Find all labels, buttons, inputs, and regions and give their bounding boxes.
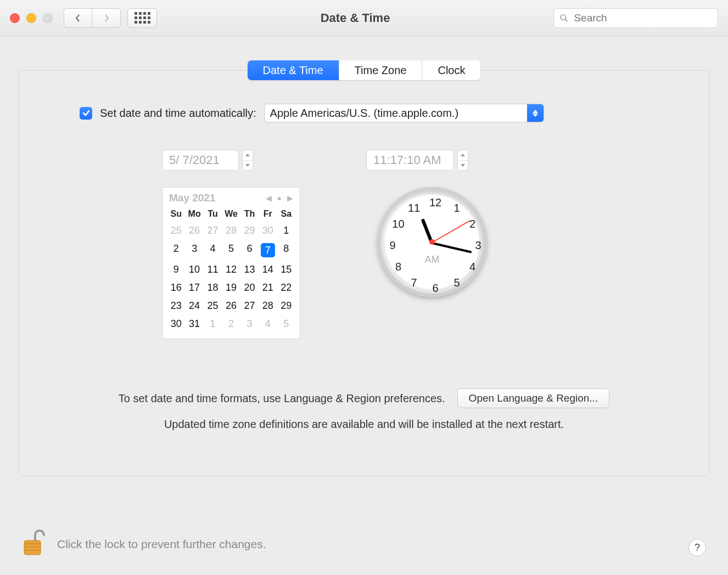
svg-line-1 <box>565 19 567 21</box>
auto-set-label: Set date and time automatically: <box>100 107 256 120</box>
calendar-day[interactable]: 1 <box>277 222 295 240</box>
calendar-day[interactable]: 25 <box>167 222 185 240</box>
calendar-day[interactable]: 4 <box>204 240 222 261</box>
calendar-day[interactable]: 8 <box>277 240 295 261</box>
time-stepper[interactable] <box>457 150 468 171</box>
calendar-day[interactable]: 6 <box>240 240 259 261</box>
search-input[interactable] <box>573 12 712 25</box>
calendar-day[interactable]: 4 <box>259 315 277 333</box>
minimize-window-button[interactable] <box>26 13 36 23</box>
calendar-day[interactable]: 25 <box>204 297 222 315</box>
calendar-day[interactable]: 19 <box>222 279 240 297</box>
calendar-weekday: Fr <box>259 206 277 222</box>
calendar-weekday: We <box>222 206 240 222</box>
auto-set-checkbox[interactable] <box>80 107 92 120</box>
time-server-combobox[interactable]: Apple Americas/U.S. (time.apple.com.) <box>264 104 544 122</box>
tab-date-time[interactable]: Date & Time <box>248 60 339 80</box>
time-field[interactable]: 11:17:10 AM <box>366 150 454 171</box>
calendar-weekday: Tu <box>204 206 222 222</box>
clock-number: 7 <box>411 276 417 289</box>
calendar-day[interactable]: 31 <box>185 315 203 333</box>
calendar-day[interactable]: 24 <box>185 297 203 315</box>
calendar-day[interactable]: 5 <box>277 315 295 333</box>
tab-time-zone[interactable]: Time Zone <box>339 60 423 80</box>
calendar-title: May 2021 <box>169 192 216 204</box>
calendar-day[interactable]: 1 <box>204 315 222 333</box>
tab-clock[interactable]: Clock <box>422 60 480 80</box>
lock-row: Click the lock to prevent further change… <box>22 529 266 559</box>
calendar-day[interactable]: 5 <box>222 240 240 261</box>
calendar-day[interactable]: 22 <box>277 279 295 297</box>
calendar-day[interactable]: 27 <box>240 297 259 315</box>
analog-clock: AM 121234567891011 <box>377 187 487 297</box>
clock-number: 5 <box>453 276 460 289</box>
calendar-day[interactable]: 7 <box>259 240 277 261</box>
calendar-day[interactable]: 10 <box>185 261 203 279</box>
toolbar: Date & Time <box>0 0 728 36</box>
back-button[interactable] <box>64 8 92 28</box>
calendar-day[interactable]: 11 <box>204 261 222 279</box>
calendar-day[interactable]: 18 <box>204 279 222 297</box>
clock-number: 3 <box>475 239 481 252</box>
time-server-value: Apple Americas/U.S. (time.apple.com.) <box>265 107 527 120</box>
calendar-day[interactable]: 27 <box>204 222 222 240</box>
calendar-day[interactable]: 12 <box>222 261 240 279</box>
clock-number: 4 <box>469 261 475 273</box>
calendar-weekday: Th <box>240 206 259 222</box>
calendar-day[interactable]: 15 <box>277 261 295 279</box>
zoom-window-button[interactable] <box>43 13 53 23</box>
calendar-day[interactable]: 14 <box>259 261 277 279</box>
calendar-today-button[interactable]: ● <box>277 194 282 202</box>
tab-control: Date & Time Time Zone Clock <box>248 60 481 80</box>
help-button[interactable]: ? <box>688 539 706 556</box>
checkmark-icon <box>82 109 90 117</box>
restart-note: Updated time zone definitions are availa… <box>47 418 681 431</box>
window-title: Date & Time <box>164 11 547 25</box>
clock-number: 8 <box>395 261 401 273</box>
formats-hint: To set date and time formats, use Langua… <box>119 392 445 405</box>
date-stepper[interactable] <box>242 150 253 171</box>
clock-number: 9 <box>389 239 395 252</box>
lock-text: Click the lock to prevent further change… <box>57 538 266 551</box>
calendar-day[interactable]: 17 <box>185 279 203 297</box>
chevron-down-icon <box>458 161 468 171</box>
calendar-day[interactable]: 9 <box>167 261 185 279</box>
preferences-panel: Set date and time automatically: Apple A… <box>19 70 709 476</box>
search-icon <box>559 13 568 23</box>
calendar-day[interactable]: 29 <box>277 297 295 315</box>
date-field[interactable]: 5/ 7/2021 <box>162 150 239 171</box>
calendar-day[interactable]: 30 <box>259 222 277 240</box>
calendar-day[interactable]: 26 <box>185 222 203 240</box>
calendar-day[interactable]: 3 <box>240 315 259 333</box>
calendar-day[interactable]: 16 <box>167 279 185 297</box>
clock-number: 1 <box>453 202 460 215</box>
calendar-weekday: Su <box>167 206 185 222</box>
calendar-prev-button[interactable]: ◀ <box>266 194 272 202</box>
calendar-day[interactable]: 29 <box>240 222 259 240</box>
calendar-day[interactable]: 28 <box>259 297 277 315</box>
window-controls <box>10 13 53 23</box>
time-column: 11:17:10 AM AM 121234567891011 <box>366 150 487 339</box>
calendar-next-button[interactable]: ▶ <box>287 194 293 202</box>
close-window-button[interactable] <box>10 13 20 23</box>
calendar-day[interactable]: 2 <box>167 240 185 261</box>
nav-buttons <box>64 8 121 28</box>
calendar-weekday: Sa <box>277 206 295 222</box>
forward-button[interactable] <box>92 8 121 28</box>
show-all-button[interactable] <box>127 8 157 28</box>
search-field[interactable] <box>553 8 718 28</box>
calendar-day[interactable]: 2 <box>222 315 240 333</box>
open-language-region-button[interactable]: Open Language & Region... <box>457 388 610 408</box>
lock-icon[interactable] <box>22 529 45 559</box>
calendar-day[interactable]: 13 <box>240 261 259 279</box>
date-column: 5/ 7/2021 May 2021 ◀ ● ▶ <box>162 150 300 339</box>
svg-point-0 <box>561 14 566 20</box>
calendar-day[interactable]: 21 <box>259 279 277 297</box>
calendar-day[interactable]: 3 <box>185 240 203 261</box>
calendar-day[interactable]: 26 <box>222 297 240 315</box>
calendar-day[interactable]: 28 <box>222 222 240 240</box>
calendar-day[interactable]: 20 <box>240 279 259 297</box>
calendar-day[interactable]: 23 <box>167 297 185 315</box>
clock-ampm: AM <box>425 254 440 266</box>
calendar-day[interactable]: 30 <box>167 315 185 333</box>
